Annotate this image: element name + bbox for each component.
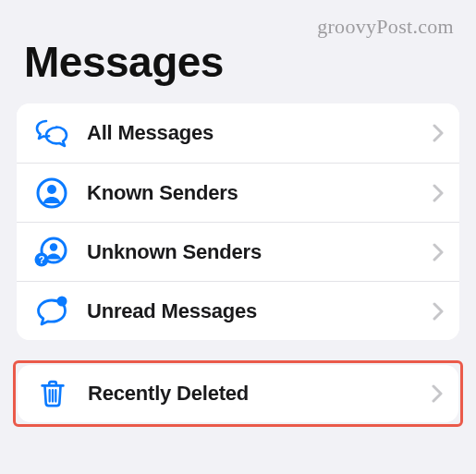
filter-label: All Messages (70, 121, 430, 145)
chevron-right-icon (430, 120, 446, 146)
recently-deleted-row[interactable]: Recently Deleted (18, 365, 458, 422)
chevron-right-icon (430, 180, 446, 206)
chevron-right-icon (430, 239, 446, 265)
filter-label: Unread Messages (70, 299, 430, 323)
filter-label: Known Senders (70, 181, 430, 205)
unknown-senders-icon: ? (33, 234, 70, 271)
svg-text:?: ? (39, 254, 45, 265)
messages-icon (33, 115, 70, 152)
svg-point-3 (50, 243, 57, 250)
chevron-right-icon (430, 298, 446, 324)
filters-card: All Messages Known Senders ? (17, 103, 459, 340)
watermark-text: groovyPost.com (317, 15, 454, 39)
trash-icon (34, 375, 71, 412)
svg-point-6 (57, 296, 67, 306)
filter-unread-messages[interactable]: Unread Messages (17, 281, 459, 340)
known-senders-icon (33, 175, 70, 212)
unread-messages-icon (33, 293, 70, 330)
filter-label: Unknown Senders (70, 240, 430, 264)
filter-all-messages[interactable]: All Messages (17, 103, 459, 163)
filter-known-senders[interactable]: Known Senders (17, 163, 459, 222)
recently-deleted-label: Recently Deleted (71, 382, 429, 406)
recently-deleted-highlight: Recently Deleted (13, 360, 463, 427)
chevron-right-icon (429, 381, 445, 407)
filter-unknown-senders[interactable]: ? Unknown Senders (17, 222, 459, 281)
svg-point-1 (47, 185, 56, 194)
